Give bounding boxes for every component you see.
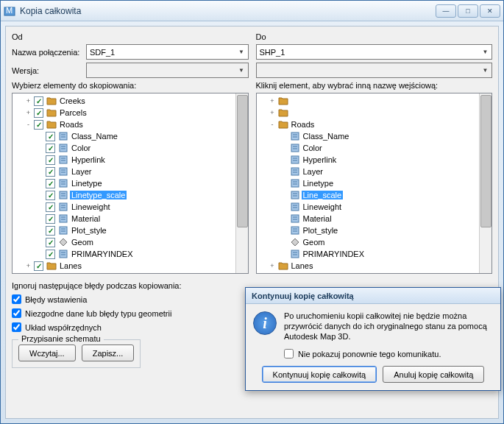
maximize-button[interactable]: □ (458, 4, 478, 18)
tree-node-label[interactable]: Material (70, 214, 102, 223)
expand-icon[interactable]: + (269, 262, 277, 269)
tree-node-label[interactable]: Linetype (70, 179, 104, 188)
tree-checkbox[interactable] (46, 167, 55, 177)
scrollbar[interactable] (479, 93, 491, 273)
tree-node[interactable]: -Roads (13, 119, 248, 130)
tree-node-label[interactable]: PRIMARYINDEX (70, 250, 135, 258)
to-tree[interactable]: ++-RoadsClass_NameColorHyperlinkLayerLin… (256, 93, 493, 274)
tree-node[interactable]: Layer (13, 166, 248, 177)
cancel-copy-button[interactable]: Anuluj kopię całkowitą (383, 366, 484, 383)
tree-node[interactable]: Lineweight (13, 201, 248, 213)
tree-node[interactable]: Plot_style (13, 225, 248, 236)
tree-node[interactable]: Class_Name (13, 130, 248, 142)
tree-checkbox[interactable] (46, 132, 55, 141)
load-button[interactable]: Wczytaj... (18, 344, 76, 361)
tree-node[interactable]: Linetype (257, 177, 492, 189)
from-version-combo: ▼ (86, 63, 249, 78)
tree-node[interactable]: +Creeks (13, 95, 248, 107)
tree-node-label[interactable]: Creeks (58, 96, 87, 105)
folder-icon (278, 261, 288, 271)
tree-node[interactable]: Geom (13, 236, 248, 248)
main-window: M Kopia całkowita — □ ✕ Od Nazwa połącze… (0, 0, 504, 424)
tree-checkbox[interactable] (46, 214, 55, 224)
tree-node[interactable]: Plot_style (257, 225, 492, 236)
tree-node[interactable]: Color (13, 142, 248, 154)
tree-node-label[interactable]: Layer (302, 167, 325, 176)
collapse-icon[interactable]: - (269, 121, 277, 128)
scrollbar-thumb[interactable] (237, 95, 248, 227)
tree-node-label[interactable]: Plot_style (302, 226, 340, 235)
tree-node-label[interactable]: Lineweight (302, 202, 344, 211)
tree-checkbox[interactable] (34, 120, 43, 130)
tree-checkbox[interactable] (46, 191, 55, 200)
tree-node[interactable]: Layer (257, 166, 492, 177)
tree-node-label[interactable]: Hyperlink (302, 155, 338, 164)
tree-checkbox[interactable] (34, 96, 43, 106)
tree-node[interactable]: + (257, 95, 492, 107)
tree-node[interactable]: Hyperlink (13, 154, 248, 166)
tree-node-label[interactable]: Color (302, 144, 324, 152)
tree-node-label[interactable]: Class_Name (70, 132, 119, 141)
scrollbar[interactable] (235, 93, 248, 273)
tree-node-label[interactable]: Layer (70, 167, 93, 176)
tree-node[interactable]: + (257, 107, 492, 119)
tree-node-label[interactable]: Geom (70, 238, 95, 247)
tree-node-label[interactable]: Lineweight (70, 202, 112, 211)
tree-node-label[interactable]: Parcels (58, 108, 88, 117)
expand-icon[interactable]: + (24, 109, 32, 116)
tree-node[interactable]: +Lanes (257, 260, 492, 272)
tree-checkbox[interactable] (46, 179, 55, 188)
tree-node[interactable]: Material (13, 213, 248, 225)
tree-node[interactable]: Lineweight (257, 201, 492, 213)
scrollbar-thumb[interactable] (480, 95, 491, 227)
tree-checkbox[interactable] (46, 202, 55, 212)
tree-node-label[interactable]: Roads (58, 120, 85, 129)
tree-node-label[interactable]: Hyperlink (70, 155, 107, 164)
tree-node[interactable]: Line_scale (257, 189, 492, 201)
tree-node[interactable]: Hyperlink (257, 154, 492, 166)
tree-node-label[interactable]: Linetype_scale (70, 191, 127, 199)
dont-show-checkbox[interactable]: Nie pokazuj ponownie tego komunikatu. (284, 349, 493, 358)
tree-node-label[interactable]: PRIMARYINDEX (302, 250, 366, 258)
tree-node[interactable]: +Parcels (13, 107, 248, 119)
tree-checkbox[interactable] (46, 250, 55, 259)
expand-icon[interactable]: + (269, 109, 277, 116)
tree-checkbox[interactable] (46, 238, 55, 247)
collapse-icon[interactable]: - (24, 121, 32, 128)
tree-checkbox[interactable] (46, 155, 55, 165)
tree-node-label[interactable]: Line_scale (302, 191, 344, 199)
minimize-button[interactable]: — (436, 4, 456, 18)
tree-node[interactable]: Material (257, 213, 492, 225)
expand-icon[interactable]: + (24, 97, 32, 105)
save-button[interactable]: Zapisz... (82, 344, 135, 361)
tree-node[interactable]: Class_Name (257, 130, 492, 142)
tree-node[interactable]: Color (257, 142, 492, 154)
tree-node-label[interactable]: Color (70, 144, 92, 152)
tree-node[interactable]: Geom (257, 236, 492, 248)
to-connection-combo[interactable]: SHP_1 ▼ (256, 44, 493, 60)
tree-node-label[interactable]: Lanes (290, 261, 315, 270)
tree-node-label[interactable]: Plot_style (70, 226, 108, 235)
continue-button[interactable]: Kontynuuj kopię całkowitą (262, 366, 377, 383)
from-connection-combo[interactable]: SDF_1 ▼ (86, 44, 249, 60)
tree-node[interactable]: -Roads (257, 119, 492, 130)
from-tree[interactable]: +Creeks+Parcels-RoadsClass_NameColorHype… (12, 93, 249, 274)
tree-checkbox[interactable] (34, 261, 43, 271)
tree-node[interactable]: PRIMARYINDEX (257, 248, 492, 260)
tree-node[interactable]: Linetype_scale (13, 189, 248, 201)
expand-icon[interactable]: + (24, 262, 32, 269)
tree-node[interactable]: Linetype (13, 177, 248, 189)
tree-node-label[interactable]: Roads (290, 120, 316, 129)
expand-icon[interactable]: + (269, 97, 277, 105)
tree-checkbox[interactable] (46, 144, 55, 153)
tree-node[interactable]: +Lanes (13, 260, 248, 272)
tree-node-label[interactable]: Class_Name (302, 132, 351, 141)
tree-checkbox[interactable] (46, 226, 55, 236)
tree-node-label[interactable]: Lanes (58, 261, 83, 270)
tree-node[interactable]: PRIMARYINDEX (13, 248, 248, 260)
tree-node-label[interactable]: Material (302, 214, 333, 223)
tree-checkbox[interactable] (34, 108, 43, 118)
close-button[interactable]: ✕ (480, 4, 500, 18)
tree-node-label[interactable]: Geom (302, 238, 327, 247)
tree-node-label[interactable]: Linetype (302, 179, 336, 188)
